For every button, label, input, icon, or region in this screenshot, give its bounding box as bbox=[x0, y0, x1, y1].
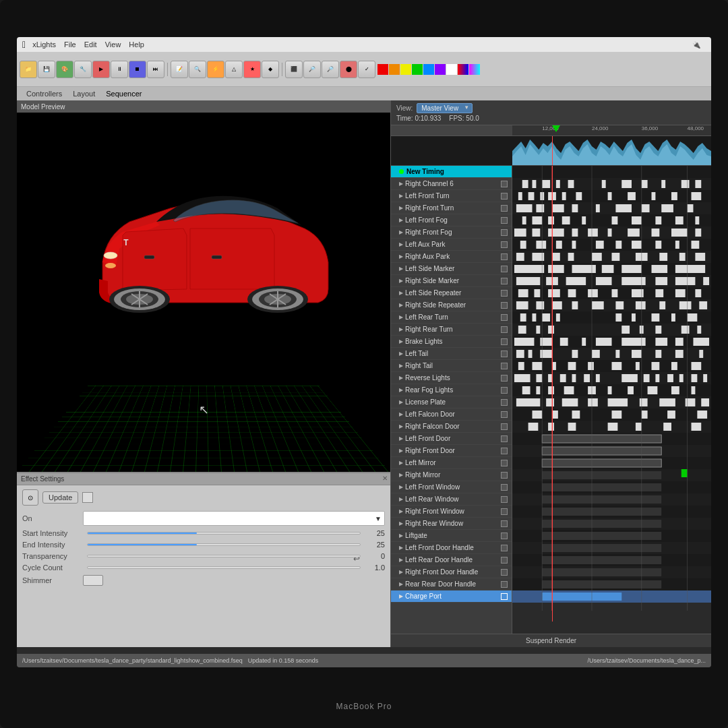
channel-item-left-front-door-handle[interactable]: ▶ Left Front Door Handle bbox=[391, 542, 512, 554]
channel-item-left-front-window[interactable]: ▶ Left Front Window bbox=[391, 481, 512, 493]
channel-item-left-rear-door-handle[interactable]: ▶ Left Rear Door Handle bbox=[391, 554, 512, 566]
channel-item-left-rear-turn[interactable]: ▶ Left Rear Turn bbox=[391, 311, 512, 324]
view-select[interactable]: Master View ▼ bbox=[417, 103, 473, 113]
channel-checkbox[interactable] bbox=[501, 581, 508, 588]
channel-checkbox[interactable] bbox=[501, 472, 508, 479]
channel-item-left-rear-window[interactable]: ▶ Left Rear Window bbox=[391, 493, 512, 506]
channel-item-left-front-door[interactable]: ▶ Left Front Door bbox=[391, 433, 512, 445]
toolbar-icon18[interactable]: ⬤ bbox=[340, 61, 357, 78]
channel-checkbox[interactable] bbox=[501, 278, 508, 284]
channel-item-liftgate[interactable]: ▶ Liftgate bbox=[391, 530, 512, 542]
channel-checkbox[interactable] bbox=[501, 448, 508, 454]
tab-controllers[interactable]: Controllers bbox=[22, 88, 66, 99]
effect-icon[interactable]: ⊙ bbox=[22, 489, 38, 506]
channel-item-right-front-door-handle[interactable]: ▶ Right Front Door Handle bbox=[391, 566, 512, 578]
suspend-render[interactable]: Suspend Render bbox=[391, 634, 711, 647]
toolbar-icon5[interactable]: ▶ bbox=[92, 61, 110, 78]
channel-checkbox[interactable] bbox=[501, 217, 508, 224]
channel-item-right-mirror[interactable]: ▶ Right Mirror bbox=[391, 469, 512, 481]
viewport-3d[interactable]: T ↖ bbox=[17, 113, 390, 472]
channel-checkbox[interactable] bbox=[501, 290, 508, 297]
channel-checkbox[interactable] bbox=[501, 435, 508, 442]
channel-item-left-mirror[interactable]: ▶ Left Mirror bbox=[391, 457, 512, 469]
channel-checkbox[interactable] bbox=[501, 557, 508, 564]
channel-checkbox[interactable] bbox=[501, 241, 508, 248]
menu-xlights[interactable]: xLights bbox=[32, 40, 56, 49]
channel-item-right-side-marker[interactable]: ▶ Right Side Marker bbox=[391, 275, 512, 287]
channel-item-left-tail[interactable]: ▶ Left Tail bbox=[391, 348, 512, 360]
channel-checkbox[interactable] bbox=[501, 399, 508, 406]
toolbar-icon10[interactable]: 🔍 bbox=[189, 61, 206, 78]
channel-item-right-rear-turn[interactable]: ▶ Right Rear Turn bbox=[391, 324, 512, 336]
toolbar-icon17[interactable]: 🔎 bbox=[322, 61, 339, 78]
effect-panel-close[interactable]: ✕ bbox=[382, 475, 388, 482]
toolbar-icon4[interactable]: 🔧 bbox=[74, 61, 92, 78]
channel-item-left-front-turn[interactable]: ▶ Left Front Turn bbox=[391, 190, 512, 202]
channel-item-left-aux-park[interactable]: ▶ Left Aux Park bbox=[391, 239, 512, 251]
channel-checkbox[interactable] bbox=[501, 460, 508, 466]
end-intensity-slider[interactable] bbox=[87, 543, 361, 546]
cycle-count-slider[interactable] bbox=[87, 566, 361, 569]
start-intensity-slider[interactable] bbox=[87, 532, 361, 535]
channel-item-right-front-door[interactable]: ▶ Right Front Door bbox=[391, 445, 512, 457]
on-dropdown[interactable]: ▼ bbox=[83, 511, 385, 526]
menu-file[interactable]: File bbox=[64, 40, 76, 49]
channel-item-right-aux-park[interactable]: ▶ Right Aux Park bbox=[391, 251, 512, 263]
channel-item-reverse-lights[interactable]: ▶ Reverse Lights bbox=[391, 372, 512, 384]
channel-item-right-tail[interactable]: ▶ Right Tail bbox=[391, 360, 512, 372]
channel-checkbox[interactable] bbox=[501, 533, 508, 539]
toolbar-open[interactable]: 📁 bbox=[20, 61, 37, 78]
transparency-slider[interactable]: ↩ bbox=[87, 555, 361, 557]
shimmer-checkbox[interactable] bbox=[83, 575, 103, 586]
channel-checkbox[interactable] bbox=[501, 496, 508, 503]
toolbar-icon9[interactable]: 📝 bbox=[171, 61, 188, 78]
channel-checkbox[interactable] bbox=[501, 520, 508, 527]
toolbar-icon14[interactable]: ◆ bbox=[262, 61, 279, 78]
channel-checkbox[interactable] bbox=[501, 545, 508, 551]
channel-checkbox[interactable] bbox=[501, 484, 508, 491]
tab-layout[interactable]: Layout bbox=[69, 88, 99, 99]
channel-checkbox[interactable] bbox=[501, 423, 508, 430]
channel-checkbox[interactable] bbox=[501, 326, 508, 333]
channel-checkbox[interactable] bbox=[501, 253, 508, 260]
channel-item-left-side-repeater[interactable]: ▶ Left Side Repeater bbox=[391, 287, 512, 299]
channel-item-brake-lights[interactable]: ▶ Brake Lights bbox=[391, 336, 512, 348]
toolbar-icon8[interactable]: ⏭ bbox=[147, 61, 164, 78]
toolbar-icon11[interactable]: ⚡ bbox=[207, 61, 224, 78]
channel-checkbox[interactable] bbox=[501, 508, 508, 515]
channel-item-right-side-repeater[interactable]: ▶ Right Side Repeater bbox=[391, 299, 512, 311]
toolbar-save[interactable]: 💾 bbox=[38, 61, 55, 78]
apple-menu[interactable]:  bbox=[22, 39, 26, 50]
channel-item-charge-port[interactable]: ▶ Charge Port bbox=[391, 590, 512, 603]
channel-checkbox[interactable] bbox=[501, 193, 508, 200]
toolbar-icon12[interactable]: △ bbox=[225, 61, 243, 78]
menu-view[interactable]: View bbox=[105, 40, 121, 49]
channel-item-left-falcon-door[interactable]: ▶ Left Falcon Door bbox=[391, 408, 512, 421]
channel-checkbox[interactable] bbox=[501, 411, 508, 418]
toolbar-icon6[interactable]: ⏸ bbox=[111, 61, 128, 78]
channel-checkbox[interactable] bbox=[501, 229, 508, 236]
channel-item-right-front-fog[interactable]: ▶ Right Front Fog bbox=[391, 226, 512, 239]
tab-sequencer[interactable]: Sequencer bbox=[102, 88, 146, 99]
channel-item-license-plate[interactable]: ▶ License Plate bbox=[391, 396, 512, 408]
toolbar-icon15[interactable]: ⬛ bbox=[285, 61, 303, 78]
channel-item-right-rear-window[interactable]: ▶ Right Rear Window bbox=[391, 518, 512, 530]
toolbar-icon13[interactable]: ★ bbox=[243, 61, 261, 78]
channel-item-right-channel6[interactable]: ▶ Right Channel 6 bbox=[391, 178, 512, 190]
toolbar-icon3[interactable]: 🎨 bbox=[56, 61, 73, 78]
channel-checkbox[interactable] bbox=[501, 181, 508, 187]
menu-help[interactable]: Help bbox=[129, 40, 144, 49]
channel-checkbox[interactable] bbox=[501, 387, 508, 394]
toolbar-icon7[interactable]: ⏹ bbox=[129, 61, 146, 78]
channel-item-left-side-marker[interactable]: ▶ Left Side Marker bbox=[391, 263, 512, 275]
channel-checkbox[interactable] bbox=[501, 569, 508, 576]
channel-checkbox[interactable] bbox=[501, 375, 508, 382]
channel-item-right-falcon-door[interactable]: ▶ Right Falcon Door bbox=[391, 421, 512, 433]
channel-checkbox[interactable] bbox=[501, 351, 508, 357]
channel-checkbox[interactable] bbox=[501, 302, 508, 309]
channel-checkbox[interactable] bbox=[501, 363, 508, 369]
channel-checkbox[interactable] bbox=[501, 314, 508, 321]
channel-checkbox[interactable] bbox=[501, 266, 508, 272]
toolbar-icon19[interactable]: ✓ bbox=[358, 61, 375, 78]
update-button[interactable]: Update bbox=[42, 491, 78, 504]
